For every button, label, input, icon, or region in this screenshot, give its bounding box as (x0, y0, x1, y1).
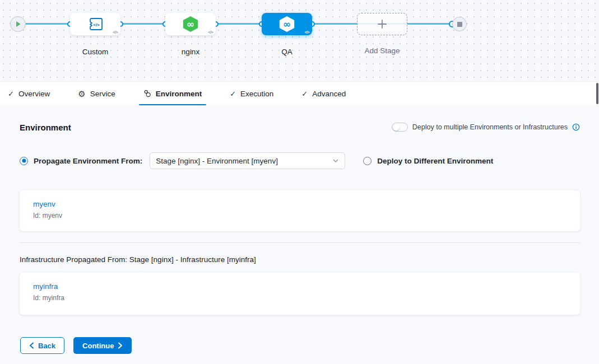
add-stage-button[interactable] (357, 13, 407, 35)
custom-stage-icon: </> (86, 17, 104, 31)
tab-label: Service (90, 90, 115, 98)
propagate-environment-radio[interactable] (20, 157, 28, 165)
code-icon: </> (113, 30, 118, 34)
tab-execution[interactable]: ✓ Execution (230, 82, 273, 105)
environment-source-options: Propagate Environment From: Stage [nginx… (20, 152, 493, 169)
infrastructure-card[interactable]: myinfra Id: myinfra (20, 273, 580, 315)
stage-node-nginx[interactable]: ∞ </> (165, 13, 216, 35)
pipeline-end-node[interactable] (452, 17, 467, 31)
info-icon[interactable] (572, 123, 580, 131)
stop-icon (457, 22, 462, 27)
tab-environment[interactable]: Environment (143, 82, 202, 105)
pipeline-canvas[interactable]: </> </> ∞ </> ∞ </> Custom (0, 0, 599, 82)
code-icon: </> (304, 30, 309, 34)
infinity-glyph: ∞ (187, 20, 194, 29)
environment-tab-panel: Environment Deploy to multiple Environme… (0, 105, 599, 364)
back-button[interactable]: Back (20, 337, 64, 354)
stage-label-qa[interactable]: QA (262, 48, 312, 56)
code-glyph: </> (93, 22, 100, 27)
chevron-right-icon (118, 342, 123, 349)
tab-label: Execution (240, 90, 273, 98)
plus-icon (377, 19, 387, 29)
continue-button-label: Continue (82, 342, 114, 350)
tab-overview[interactable]: ✓ Overview (8, 82, 50, 105)
infinity-glyph: ∞ (283, 20, 291, 29)
environment-card[interactable]: myenv Id: myenv (20, 190, 580, 231)
tab-service[interactable]: ⚙ Service (78, 82, 115, 105)
multi-env-toggle[interactable] (392, 123, 408, 132)
different-environment-radio[interactable] (363, 157, 372, 165)
infrastructure-name-link[interactable]: myinfra (33, 282, 567, 291)
infrastructure-id: Id: myinfra (33, 294, 567, 302)
check-icon: ✓ (8, 90, 14, 97)
tab-advanced[interactable]: ✓ Advanced (301, 82, 346, 105)
vertical-scrollbar[interactable] (596, 83, 598, 104)
chevron-left-icon (29, 342, 34, 349)
continue-button[interactable]: Continue (73, 337, 132, 354)
play-icon (15, 21, 21, 27)
harness-deploy-icon: ∞ (278, 16, 295, 32)
stage-node-custom[interactable]: </> </> (70, 13, 120, 35)
add-stage-label[interactable]: Add Stage (357, 46, 407, 55)
harness-deploy-icon: ∞ (182, 16, 199, 32)
tab-label: Environment (156, 90, 202, 98)
stage-label-nginx[interactable]: nginx (165, 48, 216, 56)
multi-env-toggle-row: Deploy to multiple Environments or Infra… (392, 123, 580, 132)
section-title: Environment (20, 123, 71, 132)
propagate-environment-label: Propagate Environment From: (34, 157, 142, 165)
tab-label: Advanced (312, 90, 346, 98)
environment-id: Id: myenv (33, 212, 567, 220)
tab-label: Overview (18, 90, 50, 98)
stage-label-custom[interactable]: Custom (70, 48, 120, 56)
section-divider (20, 242, 580, 243)
environment-name-link[interactable]: myenv (33, 200, 567, 208)
stage-tabs: ✓ Overview ⚙ Service Environment ✓ Execu… (0, 82, 599, 105)
selected-environment-value: Stage [nginx] - Environment [myenv] (156, 157, 278, 165)
different-environment-label: Deploy to Different Environment (377, 157, 493, 165)
toggle-knob (393, 124, 400, 130)
chevron-down-icon (332, 157, 339, 164)
stage-configuration-page: </> </> ∞ </> ∞ </> Custom (0, 0, 599, 364)
gear-icon: ⚙ (78, 90, 85, 98)
footer-buttons: Back Continue (20, 337, 132, 354)
environment-icon (143, 90, 151, 97)
check-icon: ✓ (301, 90, 308, 97)
check-icon: ✓ (230, 90, 236, 97)
pipeline-start-node[interactable] (10, 16, 26, 32)
back-button-label: Back (38, 342, 55, 350)
stage-node-qa[interactable]: ∞ </> (262, 13, 312, 35)
infrastructure-propagated-note: Infrastructure Propagated From: Stage [n… (20, 255, 256, 264)
code-icon: </> (208, 30, 213, 34)
propagate-environment-select[interactable]: Stage [nginx] - Environment [myenv] (150, 152, 345, 169)
multi-env-toggle-label: Deploy to multiple Environments or Infra… (412, 123, 568, 131)
